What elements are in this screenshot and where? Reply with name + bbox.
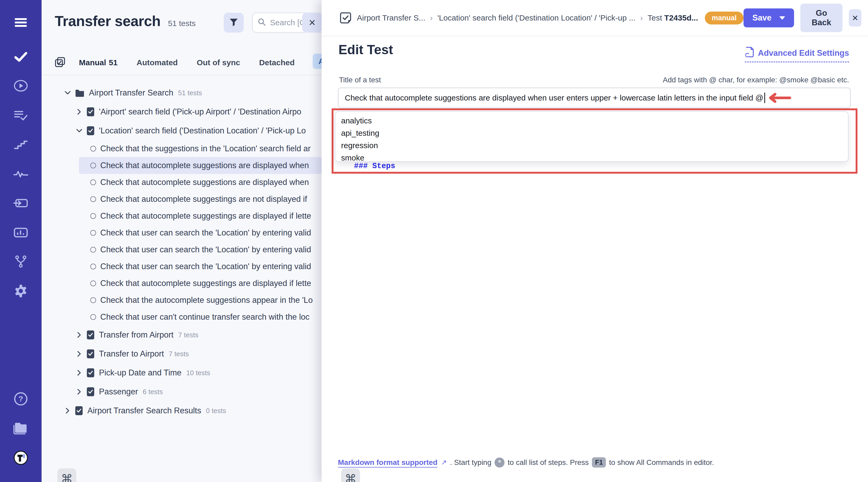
doc-check-icon — [86, 387, 95, 397]
tests-check-icon[interactable] — [13, 50, 28, 64]
milestones-steps-icon[interactable] — [13, 137, 28, 152]
imports-icon[interactable] — [13, 196, 28, 211]
chevron-right-icon[interactable] — [76, 369, 83, 376]
tree-row-test[interactable]: Check that autocomplete suggestings are … — [41, 275, 321, 292]
save-label: Save — [752, 13, 771, 23]
tag-option[interactable]: api_testing — [341, 127, 848, 139]
menu-icon[interactable] — [13, 15, 28, 30]
suite-label: Airport Transfer Search — [89, 88, 173, 98]
suite-label: Transfer from Airport — [99, 330, 174, 340]
breadcrumb-test[interactable]: Test T2435d... — [647, 13, 698, 22]
tree-row-suite[interactable]: Pick-up Date and Time 10 tests — [41, 363, 321, 382]
tree-row-test-selected[interactable]: Check that autocomplete suggestions are … — [79, 157, 321, 174]
clear-search-button[interactable]: ✕ — [302, 12, 322, 33]
tag-option[interactable]: analytics — [341, 115, 848, 127]
tree-row-suite[interactable]: Airport Transfer Search 51 tests — [41, 84, 321, 102]
tree-row-test[interactable]: Check that autocomplete suggestings are … — [41, 207, 321, 224]
tree-row-suite[interactable]: Transfer from Airport 7 tests — [41, 325, 321, 344]
markdown-supported-link[interactable]: Markdown format supported — [338, 458, 437, 467]
doc-check-icon — [86, 330, 95, 340]
tree-row-test[interactable]: Check that the suggestions in the 'Locat… — [41, 140, 321, 157]
text-cursor — [764, 93, 765, 103]
test-status-icon — [90, 247, 96, 253]
close-drawer-button[interactable]: ✕ — [849, 9, 861, 27]
header-divider — [321, 36, 868, 36]
drawer-title: Edit Test — [338, 42, 393, 57]
chevron-right-icon[interactable] — [76, 332, 83, 338]
test-label: Check that the suggestions in the 'Locat… — [100, 144, 311, 153]
settings-gear-icon[interactable] — [13, 284, 28, 298]
page-title: Transfer search — [55, 12, 160, 29]
reports-chart-icon[interactable] — [13, 225, 28, 240]
help-icon[interactable]: ? — [13, 391, 28, 406]
tree-row-suite[interactable]: 'Airport' search field ('Pick-up Airport… — [41, 102, 321, 121]
chevron-down-icon[interactable] — [64, 91, 71, 95]
tree-row-test[interactable]: Check that user can't continue transfer … — [41, 309, 321, 325]
test-title-input[interactable]: Check that autocomplete suggestions are … — [338, 88, 850, 108]
tree-row-suite[interactable]: 'Location' search field ('Destination Lo… — [41, 121, 321, 140]
annotation-arrow-icon — [767, 93, 792, 103]
tree-row-suite[interactable]: Airport Transfer Search Results 0 tests — [41, 401, 321, 420]
tree-row-suite[interactable]: Passenger 6 tests — [41, 382, 321, 401]
external-link-icon: ↗ — [441, 458, 447, 467]
suite-count: 7 tests — [178, 331, 198, 339]
save-dropdown-caret-icon[interactable] — [779, 16, 785, 20]
tree-row-test[interactable]: Check that user can search the 'Location… — [41, 241, 321, 258]
suite-count: 51 tests — [178, 89, 202, 97]
suite-label: Pick-up Date and Time — [99, 368, 182, 378]
test-label: Check that autocomplete suggestings are … — [100, 279, 311, 288]
advanced-edit-settings-link[interactable]: Advanced Edit Settings — [745, 47, 849, 62]
close-icon: ✕ — [852, 13, 859, 23]
doc-check-icon — [75, 406, 83, 416]
breadcrumb-separator: › — [430, 13, 433, 22]
chevron-down-icon[interactable] — [76, 129, 83, 133]
tabs-divider — [41, 75, 321, 75]
bulk-select-icon[interactable] — [55, 57, 66, 68]
test-runs-play-icon[interactable] — [13, 78, 28, 93]
test-plans-icon[interactable] — [13, 108, 28, 123]
chevron-right-icon[interactable] — [76, 351, 83, 357]
tab-automated[interactable]: Automated — [136, 58, 178, 67]
title-field-label: Title of a test — [339, 76, 381, 84]
breadcrumb-suite[interactable]: 'Location' search field ('Destination Lo… — [437, 13, 636, 22]
command-shortcut-badge[interactable]: ⌘ — [57, 468, 76, 482]
tree-row-test[interactable]: Check that autocomplete suggestions are … — [41, 174, 321, 191]
test-tree-panel: Transfer search 51 tests Search [C ✕ Man… — [41, 0, 321, 482]
test-label: Check that autocomplete suggestions are … — [100, 161, 309, 170]
documents-folder-icon[interactable] — [13, 421, 28, 436]
close-icon: ✕ — [308, 18, 316, 28]
tree-row-test[interactable]: Check that autocomplete suggestings are … — [41, 191, 321, 207]
tag-option[interactable]: regression — [341, 139, 848, 152]
test-label: Check that autocomplete suggestions are … — [100, 178, 309, 187]
edit-test-drawer: Airport Transfer S... › 'Location' searc… — [321, 0, 868, 482]
save-button[interactable]: Save — [744, 8, 794, 27]
asterisk-key-badge: * — [495, 457, 504, 468]
workflows-branch-icon[interactable] — [13, 254, 28, 269]
tree-row-test[interactable]: Check that the autocomplete suggestions … — [41, 292, 321, 309]
tree-row-test[interactable]: Check that user can search the 'Location… — [41, 258, 321, 275]
chevron-right-icon[interactable] — [64, 408, 71, 414]
activity-pulse-icon[interactable] — [13, 166, 28, 181]
breadcrumb-suite-root[interactable]: Airport Transfer S... — [357, 13, 425, 22]
tree-row-suite[interactable]: Transfer to Airport 7 tests — [41, 344, 321, 363]
test-status-icon — [90, 213, 96, 219]
tag-option[interactable]: smoke — [341, 152, 848, 162]
drawer-header: Airport Transfer S... › 'Location' searc… — [321, 0, 868, 36]
go-back-button[interactable]: Go Back — [800, 4, 842, 32]
chevron-right-icon[interactable] — [76, 389, 83, 395]
tree-row-test[interactable]: Check that user can search the 'Location… — [41, 224, 321, 241]
breadcrumb-separator: › — [640, 13, 643, 22]
avatar[interactable] — [13, 450, 28, 465]
tab-manual[interactable]: Manual51 — [79, 58, 118, 67]
svg-text:?: ? — [19, 394, 23, 403]
test-status-icon — [90, 314, 96, 320]
suite-label: 'Location' search field ('Destination Lo… — [99, 126, 306, 135]
command-icon: ⌘ — [61, 472, 73, 482]
filter-button[interactable] — [224, 12, 244, 33]
tab-detached[interactable]: Detached — [259, 58, 294, 67]
command-shortcut-badge[interactable]: ⌘ — [341, 468, 360, 482]
test-status-icon — [90, 196, 96, 202]
tab-out-of-sync[interactable]: Out of sync — [196, 58, 240, 67]
chevron-right-icon[interactable] — [76, 109, 83, 115]
test-id: T2435d... — [664, 13, 698, 22]
